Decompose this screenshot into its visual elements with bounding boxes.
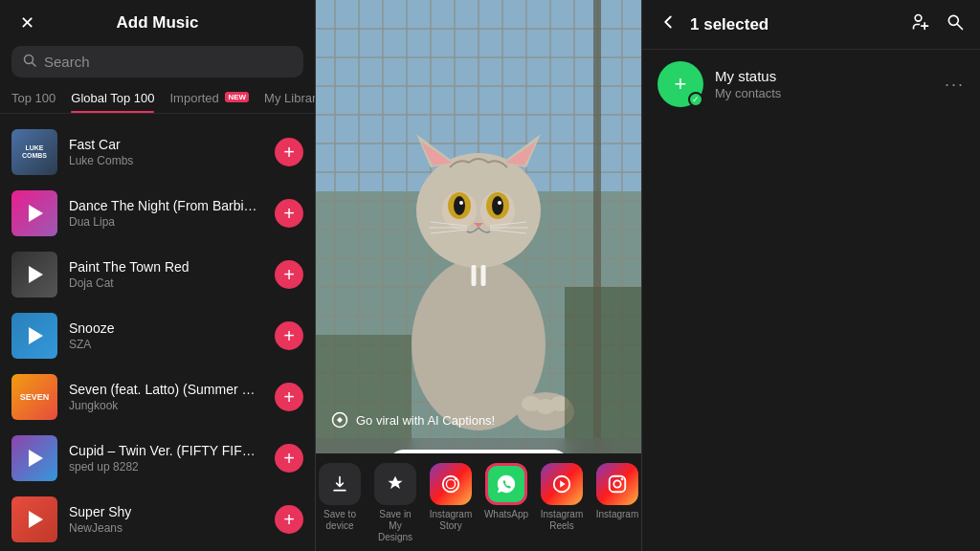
music-list: LUKECOMBS Fast Car Luke Combs + Dance Th… xyxy=(0,121,315,551)
ig-story-label: InstagramStory xyxy=(430,509,472,532)
play-icon xyxy=(29,266,43,283)
play-icon xyxy=(29,205,43,222)
album-art xyxy=(11,313,57,359)
song-artist: SZA xyxy=(69,338,263,351)
svg-point-62 xyxy=(446,479,455,488)
album-art: LUKECOMBS xyxy=(11,129,57,175)
header-bar: ✕ Add Music xyxy=(0,0,315,46)
play-icon xyxy=(29,511,43,528)
selected-count-title: 1 selected xyxy=(690,15,900,34)
device-label: Save todevice xyxy=(323,509,356,532)
pause-bar-left xyxy=(472,265,477,286)
music-info: Paint The Town Red Doja Cat xyxy=(69,259,263,290)
album-art xyxy=(11,190,57,236)
tab-global[interactable]: Global Top 100 xyxy=(71,85,154,113)
add-song-button[interactable]: + xyxy=(275,505,303,534)
svg-point-72 xyxy=(948,15,958,25)
song-title: Snooze xyxy=(69,320,263,336)
list-item[interactable]: Cupid – Twin Ver. (FIFTY FIFTY) – S... s… xyxy=(0,428,315,489)
share-designs[interactable]: Save inMy Designs xyxy=(371,463,419,543)
song-artist: Dua Lipa xyxy=(69,215,263,229)
add-song-button[interactable]: + xyxy=(275,321,303,350)
tab-imported[interactable]: Imported NEW xyxy=(169,85,249,113)
list-item[interactable]: Dance The Night (From Barbie The A... Du… xyxy=(0,183,315,244)
whatsapp-icon xyxy=(496,474,517,495)
add-song-button[interactable]: + xyxy=(275,444,303,473)
search-icon xyxy=(23,54,36,70)
designs-icon-wrap xyxy=(374,463,416,505)
song-artist: NewJeans xyxy=(69,521,263,535)
left-panel: ✕ Add Music Top 100 Global Top 100 Impor… xyxy=(0,0,316,551)
search-bar[interactable] xyxy=(11,46,303,77)
back-button[interactable] xyxy=(657,11,679,37)
share-device[interactable]: Save todevice xyxy=(316,463,364,543)
ig-reels-icon-wrap xyxy=(541,463,583,505)
new-badge: NEW xyxy=(225,92,249,102)
song-title: Seven (feat. Latto) (Summer Mix) xyxy=(69,382,263,397)
share-whatsapp[interactable]: WhatsApp xyxy=(482,463,530,543)
svg-point-42 xyxy=(492,196,503,215)
album-art: SEVEN xyxy=(11,374,57,420)
list-item[interactable]: Snooze SZA + xyxy=(0,305,315,366)
song-artist: Doja Cat xyxy=(69,276,263,290)
list-item[interactable]: LUKECOMBS Fast Car Luke Combs + xyxy=(0,121,315,183)
add-contact-icon xyxy=(911,12,930,32)
svg-point-43 xyxy=(459,201,463,205)
ai-caption-bar[interactable]: Go viral with AI Captions! xyxy=(316,404,641,436)
share-instagram[interactable]: Instagram xyxy=(593,463,641,543)
svg-marker-65 xyxy=(560,480,566,487)
page-title: Add Music xyxy=(117,13,199,33)
add-contact-button[interactable] xyxy=(911,12,930,36)
add-song-button[interactable]: + xyxy=(275,383,303,411)
play-icon xyxy=(29,327,43,344)
device-icon-wrap xyxy=(319,463,361,505)
svg-line-73 xyxy=(958,25,963,30)
whatsapp-icon-wrap xyxy=(485,463,527,505)
instagram-icon-wrap xyxy=(596,463,638,505)
download-icon xyxy=(330,474,349,494)
ig-story-icon xyxy=(440,474,461,495)
art-text: LUKECOMBS xyxy=(20,143,49,161)
status-avatar: + ✓ xyxy=(657,61,703,107)
svg-point-41 xyxy=(454,196,465,215)
list-item[interactable]: Super Shy NewJeans + xyxy=(0,489,315,550)
designs-icon xyxy=(386,474,405,494)
song-title: Super Shy xyxy=(69,504,263,519)
share-ig-story[interactable]: InstagramStory xyxy=(427,463,475,543)
song-artist: sped up 8282 xyxy=(69,460,263,474)
list-item[interactable]: Paint The Town Red Doja Cat + xyxy=(0,244,315,305)
song-artist: Jungkook xyxy=(69,399,263,412)
music-info: Cupid – Twin Ver. (FIFTY FIFTY) – S... s… xyxy=(69,443,263,474)
album-art xyxy=(11,435,57,481)
instagram-icon xyxy=(607,474,628,495)
svg-point-68 xyxy=(621,478,624,481)
music-info: Snooze SZA xyxy=(69,320,263,351)
svg-point-67 xyxy=(613,480,620,487)
svg-point-44 xyxy=(498,201,501,205)
right-actions xyxy=(911,12,965,36)
contact-info: My status My contacts xyxy=(715,68,933,100)
list-item[interactable]: SEVEN Seven (feat. Latto) (Summer Mix) J… xyxy=(0,366,315,428)
tab-library[interactable]: My Library xyxy=(264,85,316,113)
add-song-button[interactable]: + xyxy=(275,138,303,166)
close-button[interactable]: ✕ xyxy=(15,11,38,34)
more-options-button[interactable]: ··· xyxy=(945,75,965,95)
play-icon xyxy=(29,450,43,467)
add-song-button[interactable]: + xyxy=(275,199,303,228)
my-status-item[interactable]: + ✓ My status My contacts ··· xyxy=(642,50,980,119)
pause-button[interactable] xyxy=(472,265,486,286)
tabs-row: Top 100 Global Top 100 Imported NEW My L… xyxy=(0,85,315,114)
music-info: Fast Car Luke Combs xyxy=(69,137,263,167)
song-title: Dance The Night (From Barbie The A... xyxy=(69,198,263,213)
share-ig-reels[interactable]: InstagramReels xyxy=(538,463,586,543)
add-song-button[interactable]: + xyxy=(275,260,303,289)
svg-point-63 xyxy=(455,478,457,481)
song-title: Cupid – Twin Ver. (FIFTY FIFTY) – S... xyxy=(69,443,263,458)
svg-point-32 xyxy=(416,153,541,268)
tab-top100[interactable]: Top 100 xyxy=(11,85,56,113)
search-input[interactable] xyxy=(44,54,292,70)
search-contact-button[interactable] xyxy=(946,12,965,36)
instagram-label: Instagram xyxy=(596,509,638,520)
contact-name: My status xyxy=(715,68,933,84)
share-actions-bar: Save todevice Save inMy Designs Instagra… xyxy=(316,453,641,551)
